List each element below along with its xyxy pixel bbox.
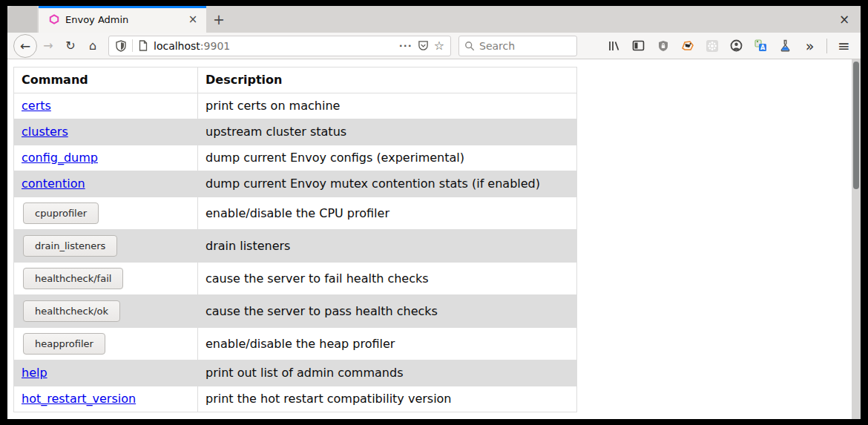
table-row: hot_restart_versionprint the hot restart…: [14, 386, 577, 412]
command-cell: clusters: [14, 119, 198, 145]
tracking-protection-shield-icon[interactable]: [115, 40, 127, 52]
library-icon[interactable]: [603, 35, 625, 56]
toolbar-extension-icons: A » ≡: [603, 35, 855, 56]
search-input[interactable]: [479, 40, 553, 52]
command-link-certs[interactable]: certs: [22, 99, 51, 113]
description-cell: upstream cluster status: [198, 119, 577, 145]
search-bar[interactable]: [458, 36, 577, 56]
tab-close-icon[interactable]: ×: [185, 12, 200, 27]
command-link-contention[interactable]: contention: [22, 177, 85, 191]
page-info-icon[interactable]: [138, 40, 148, 51]
reload-button[interactable]: ↻: [59, 35, 82, 57]
command-cell: healthcheck/ok: [14, 295, 198, 328]
pocket-icon[interactable]: [418, 40, 429, 51]
command-button-healthcheck/fail[interactable]: healthcheck/fail: [23, 268, 123, 289]
tab-envoy-admin[interactable]: Envoy Admin ×: [39, 6, 206, 33]
description-cell: print certs on machine: [198, 93, 577, 119]
command-button-cpuprofiler[interactable]: cpuprofiler: [23, 202, 99, 224]
description-cell: print out list of admin commands: [198, 360, 577, 386]
table-row: cpuprofilerenable/disable the CPU profil…: [14, 197, 577, 230]
page-content: Command Description certsprint certs on …: [7, 59, 861, 419]
command-link-clusters[interactable]: clusters: [22, 125, 68, 139]
description-cell: print the hot restart compatibility vers…: [198, 386, 577, 412]
command-cell: cpuprofiler: [14, 197, 198, 230]
command-cell: certs: [14, 93, 198, 119]
browser-window: Envoy Admin × + × ← → ↻ ⌂ localhost:9901…: [7, 6, 861, 419]
table-row: helpprint out list of admin commands: [14, 360, 577, 386]
table-row: certsprint certs on machine: [14, 93, 577, 119]
command-cell: hot_restart_version: [14, 386, 198, 412]
admin-command-table: Command Description certsprint certs on …: [13, 67, 577, 412]
table-row: clustersupstream cluster status: [14, 119, 577, 145]
tab-bar: Envoy Admin × + ×: [7, 6, 861, 33]
table-row: healthcheck/failcause the server to fail…: [14, 263, 577, 295]
tab-title: Envoy Admin: [65, 14, 180, 25]
description-column-header: Description: [198, 67, 577, 93]
table-row: healthcheck/okcause the server to pass h…: [14, 295, 577, 328]
urlbar-separator: [132, 39, 133, 52]
home-button[interactable]: ⌂: [82, 35, 104, 57]
description-cell: dump current Envoy mutex contention stat…: [198, 171, 577, 197]
command-column-header: Command: [14, 67, 198, 93]
command-cell: contention: [14, 171, 198, 197]
description-cell: enable/disable the heap profiler: [198, 328, 577, 360]
url-text[interactable]: localhost:9901: [154, 40, 394, 52]
scrollbar-thumb[interactable]: [853, 62, 859, 189]
sidebar-toggle-icon[interactable]: [628, 35, 649, 56]
command-button-heapprofiler[interactable]: heapprofiler: [23, 333, 105, 355]
shield-lock-extension-icon[interactable]: [652, 35, 674, 56]
command-cell: drain_listeners: [14, 230, 198, 263]
page-actions-icon[interactable]: ···: [399, 40, 412, 51]
forward-button[interactable]: →: [37, 35, 59, 57]
command-cell: help: [14, 360, 198, 386]
command-link-help[interactable]: help: [22, 366, 47, 380]
command-cell: healthcheck/fail: [14, 263, 198, 295]
scrollbar-track[interactable]: [852, 59, 861, 419]
url-host: localhost: [154, 40, 200, 52]
command-button-healthcheck/ok[interactable]: healthcheck/ok: [23, 300, 120, 322]
table-row: contentiondump current Envoy mutex conte…: [14, 171, 577, 197]
command-button-drain_listeners[interactable]: drain_listeners: [23, 235, 117, 257]
flask-extension-icon[interactable]: [775, 35, 796, 56]
window-close-button[interactable]: ×: [828, 6, 861, 33]
bookmark-star-icon[interactable]: ☆: [434, 39, 444, 53]
table-header-row: Command Description: [14, 67, 577, 93]
svg-text:A: A: [760, 45, 766, 51]
description-cell: enable/disable the CPU profiler: [198, 197, 577, 230]
description-cell: cause the server to fail health checks: [198, 263, 577, 295]
command-link-hot_restart_version[interactable]: hot_restart_version: [22, 392, 136, 406]
table-row: config_dumpdump current Envoy configs (e…: [14, 145, 577, 171]
overflow-chevron-icon[interactable]: »: [799, 35, 821, 56]
envoy-favicon-icon: [49, 14, 59, 24]
description-cell: dump current Envoy configs (experimental…: [198, 145, 577, 171]
command-cell: config_dump: [14, 145, 198, 171]
description-cell: cause the server to pass health checks: [198, 295, 577, 328]
account-icon[interactable]: [726, 35, 747, 56]
privacy-badger-extension-icon[interactable]: [677, 35, 698, 56]
url-port: :9901: [200, 40, 230, 52]
command-link-config_dump[interactable]: config_dump: [22, 151, 98, 165]
command-cell: heapprofiler: [14, 328, 198, 360]
navigation-toolbar: ← → ↻ ⌂ localhost:9901 ··· ☆: [7, 33, 861, 59]
new-tab-button[interactable]: +: [206, 6, 231, 33]
tab-strip-space: [231, 6, 828, 33]
url-bar[interactable]: localhost:9901 ··· ☆: [108, 36, 451, 56]
search-icon: [464, 41, 475, 51]
table-row: drain_listenersdrain listeners: [14, 230, 577, 263]
translate-extension-icon[interactable]: A: [750, 35, 772, 56]
menu-hamburger-icon[interactable]: ≡: [833, 35, 855, 56]
disabled-extension-icon[interactable]: [701, 35, 723, 56]
toolbar-separator: [826, 39, 827, 53]
titlebar-spacer: [7, 6, 37, 33]
table-row: heapprofilerenable/disable the heap prof…: [14, 328, 577, 360]
description-cell: drain listeners: [198, 230, 577, 263]
back-button[interactable]: ←: [13, 34, 37, 58]
